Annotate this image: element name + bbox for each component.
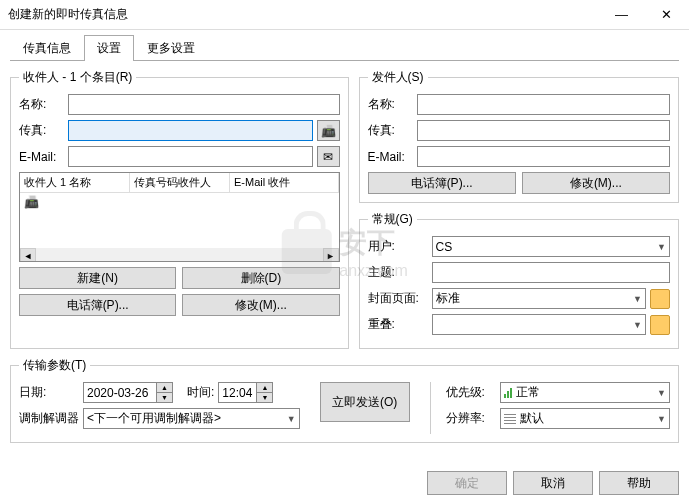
recipients-legend: 收件人 - 1 个条目(R) <box>19 69 136 86</box>
list-header-email[interactable]: E-Mail 收件 <box>230 173 339 192</box>
list-header-name[interactable]: 收件人 1 名称 <box>20 173 130 192</box>
overlay-select[interactable]: ▼ <box>432 314 647 335</box>
chevron-down-icon: ▼ <box>657 388 666 398</box>
general-group: 常规(G) 用户: CS ▼ 主题: 封面页面: 标准 ▼ <box>359 211 680 349</box>
time-label: 时间: <box>187 384 214 401</box>
recipient-name-input[interactable] <box>68 94 340 115</box>
date-down-icon[interactable]: ▼ <box>156 393 172 402</box>
tab-faxinfo[interactable]: 传真信息 <box>10 35 84 61</box>
phonebook-button[interactable]: 电话簿(P)... <box>19 294 176 316</box>
tabs: 传真信息 设置 更多设置 <box>10 34 679 61</box>
time-down-icon[interactable]: ▼ <box>256 393 272 402</box>
recipients-list[interactable]: 收件人 1 名称 传真号码收件人 E-Mail 收件 📠 ◄ ► <box>19 172 340 262</box>
tab-more[interactable]: 更多设置 <box>134 35 208 61</box>
ok-button[interactable]: 确定 <box>427 471 507 495</box>
scroll-left-icon[interactable]: ◄ <box>20 248 36 262</box>
date-label: 日期: <box>19 384 79 401</box>
sender-modify-button[interactable]: 修改(M)... <box>522 172 670 194</box>
dialog-buttons: 确定 取消 帮助 <box>427 471 679 495</box>
chevron-down-icon: ▼ <box>633 294 642 304</box>
cover-label: 封面页面: <box>368 290 428 307</box>
scroll-right-icon[interactable]: ► <box>323 248 339 262</box>
sender-phonebook-button[interactable]: 电话簿(P)... <box>368 172 516 194</box>
chevron-down-icon: ▼ <box>287 414 296 424</box>
overlay-browse-icon[interactable] <box>650 315 670 335</box>
modem-label: 调制解调器 <box>19 410 79 427</box>
subject-label: 主题: <box>368 264 428 281</box>
chevron-down-icon: ▼ <box>633 320 642 330</box>
new-button[interactable]: 新建(N) <box>19 267 176 289</box>
send-now-button[interactable]: 立即发送(O) <box>320 382 410 422</box>
recipient-email-label: E-Mail: <box>19 150 64 164</box>
resolution-label: 分辨率: <box>446 410 496 427</box>
user-select[interactable]: CS ▼ <box>432 236 671 257</box>
sender-fax-input[interactable] <box>417 120 671 141</box>
sender-fax-label: 传真: <box>368 122 413 139</box>
sender-name-label: 名称: <box>368 96 413 113</box>
transmission-legend: 传输参数(T) <box>19 357 90 374</box>
horizontal-scrollbar[interactable]: ◄ ► <box>20 248 339 262</box>
priority-label: 优先级: <box>446 384 496 401</box>
window-title: 创建新的即时传真信息 <box>8 6 599 23</box>
modify-button[interactable]: 修改(M)... <box>182 294 339 316</box>
subject-input[interactable] <box>432 262 671 283</box>
sender-name-input[interactable] <box>417 94 671 115</box>
sender-legend: 发件人(S) <box>368 69 428 86</box>
date-up-icon[interactable]: ▲ <box>156 383 172 393</box>
email-lookup-icon[interactable]: ✉ <box>317 146 340 167</box>
list-header-fax[interactable]: 传真号码收件人 <box>130 173 230 192</box>
date-input[interactable]: 2020-03-26 ▲ ▼ <box>83 382 173 403</box>
overlay-label: 重叠: <box>368 316 428 333</box>
minimize-button[interactable]: — <box>599 0 644 29</box>
resolution-select[interactable]: 默认 ▼ <box>500 408 670 429</box>
chevron-down-icon: ▼ <box>657 414 666 424</box>
help-button[interactable]: 帮助 <box>599 471 679 495</box>
recipients-group: 收件人 - 1 个条目(R) 名称: 传真: 📠 E-Mail: ✉ 收件人 1… <box>10 69 349 349</box>
sender-email-input[interactable] <box>417 146 671 167</box>
sender-email-label: E-Mail: <box>368 150 413 164</box>
fax-lookup-icon[interactable]: 📠 <box>317 120 340 141</box>
time-up-icon[interactable]: ▲ <box>256 383 272 393</box>
recipient-email-input[interactable] <box>68 146 313 167</box>
cover-select[interactable]: 标准 ▼ <box>432 288 647 309</box>
chevron-down-icon: ▼ <box>657 242 666 252</box>
recipient-fax-label: 传真: <box>19 122 64 139</box>
tab-settings[interactable]: 设置 <box>84 35 134 61</box>
sender-group: 发件人(S) 名称: 传真: E-Mail: 电话簿(P)... 修改(M)..… <box>359 69 680 203</box>
recipient-fax-input[interactable] <box>68 120 313 141</box>
transmission-group: 传输参数(T) 日期: 2020-03-26 ▲ ▼ 时间: 12:04 <box>10 357 679 443</box>
priority-icon <box>504 388 512 398</box>
user-label: 用户: <box>368 238 428 255</box>
close-button[interactable]: ✕ <box>644 0 689 29</box>
modem-select[interactable]: <下一个可用调制解调器> ▼ <box>83 408 300 429</box>
cancel-button[interactable]: 取消 <box>513 471 593 495</box>
delete-button[interactable]: 删除(D) <box>182 267 339 289</box>
list-item[interactable]: 📠 <box>20 193 339 211</box>
priority-select[interactable]: 正常 ▼ <box>500 382 670 403</box>
time-input[interactable]: 12:04 ▲ ▼ <box>218 382 273 403</box>
cover-browse-icon[interactable] <box>650 289 670 309</box>
general-legend: 常规(G) <box>368 211 417 228</box>
titlebar: 创建新的即时传真信息 — ✕ <box>0 0 689 30</box>
resolution-icon <box>504 414 516 424</box>
recipient-name-label: 名称: <box>19 96 64 113</box>
